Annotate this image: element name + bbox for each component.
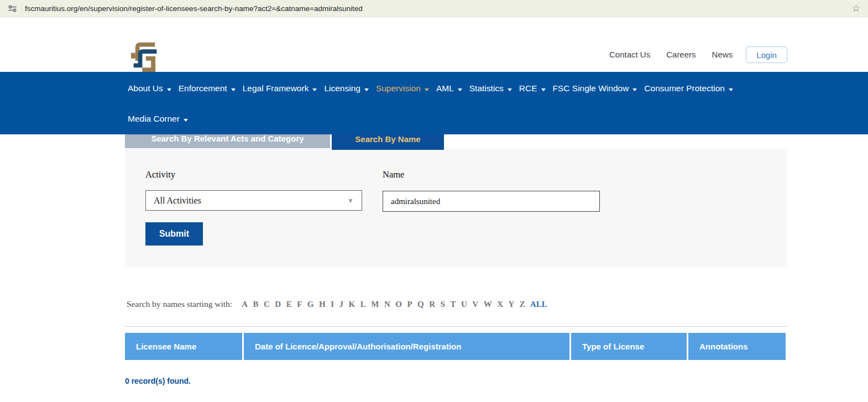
table-column-header: Type of License xyxy=(571,333,687,360)
chevron-down-icon xyxy=(632,88,637,91)
address-bar[interactable]: fscmauritius.org/en/supervision/register… xyxy=(0,0,868,17)
letter-filter[interactable]: D xyxy=(275,300,281,309)
letter-filter[interactable]: B xyxy=(253,300,258,309)
table-column-header: Licensee Name xyxy=(125,333,242,360)
letter-filter[interactable]: C xyxy=(264,300,270,309)
chevron-down-icon xyxy=(541,88,546,91)
alphabet-filter-row: Search by names starting with: ABCDEFGHI… xyxy=(127,299,547,309)
login-button[interactable]: Login xyxy=(746,46,787,63)
site-header: MAURITIUS Contact UsCareersNews Login xyxy=(0,17,868,72)
letter-filter[interactable]: V xyxy=(472,300,478,309)
letter-filter[interactable]: Q xyxy=(417,300,424,309)
chevron-down-icon xyxy=(231,88,236,91)
letter-filter[interactable]: G xyxy=(307,300,314,309)
nav-item[interactable]: About Us xyxy=(128,83,171,93)
nav-item[interactable]: Statistics xyxy=(469,83,512,93)
letter-filter[interactable]: H xyxy=(319,300,326,309)
letter-filter[interactable]: P xyxy=(407,300,412,309)
chevron-down-icon xyxy=(312,88,317,91)
chevron-down-icon xyxy=(184,119,188,122)
letter-filter[interactable]: F xyxy=(297,300,302,309)
nav-item[interactable]: Enforcement xyxy=(179,83,236,93)
alphabet-filter-label: Search by names starting with: xyxy=(127,299,232,309)
table-top-divider xyxy=(125,326,787,327)
bookmark-star-icon[interactable]: ☆ xyxy=(852,4,860,13)
nav-item[interactable]: Supervision xyxy=(376,83,429,93)
activity-label: Activity xyxy=(145,169,175,180)
letter-filter-all[interactable]: ALL xyxy=(530,300,547,309)
header-links: Contact UsCareersNews xyxy=(609,50,733,59)
nav-row-1: About UsEnforcementLegal FrameworkLicens… xyxy=(128,83,868,93)
table-column-header: Date of Licence/Approval/Authorisation/R… xyxy=(244,333,569,360)
nav-item[interactable]: RCE xyxy=(519,83,546,93)
chevron-down-icon xyxy=(458,88,462,91)
letter-filter[interactable]: J xyxy=(339,300,344,309)
table-column-header: Annotations xyxy=(688,333,786,360)
search-form-panel: Activity Name All Activities ▼ Submit xyxy=(125,149,787,267)
letter-filter[interactable]: N xyxy=(384,300,390,309)
letter-filter[interactable]: T xyxy=(450,300,456,309)
name-label: Name xyxy=(383,169,404,180)
letter-filter[interactable]: R xyxy=(429,300,435,309)
letter-filter[interactable]: Z xyxy=(520,300,525,309)
page: fscmauritius.org/en/supervision/register… xyxy=(0,0,868,402)
site-settings-icon[interactable] xyxy=(8,4,17,13)
header-link[interactable]: Careers xyxy=(666,50,696,59)
letter-filter[interactable]: A xyxy=(242,300,248,309)
chevron-down-icon xyxy=(508,88,512,91)
chevron-down-icon xyxy=(425,88,429,91)
letter-filter[interactable]: E xyxy=(286,300,292,309)
url-text[interactable]: fscmauritius.org/en/supervision/register… xyxy=(25,4,852,13)
record-count: 0 record(s) found. xyxy=(125,377,191,385)
letter-filter[interactable]: M xyxy=(371,300,379,309)
header-link[interactable]: Contact Us xyxy=(609,50,650,59)
fsc-logo-mark xyxy=(129,41,158,75)
nav-row-2: Media Corner xyxy=(128,114,868,124)
letter-filter[interactable]: K xyxy=(349,300,355,309)
letter-filter[interactable]: Y xyxy=(509,300,515,309)
nav-item[interactable]: AML xyxy=(436,83,462,93)
nav-item[interactable]: Media Corner xyxy=(128,114,188,124)
submit-button[interactable]: Submit xyxy=(145,222,203,246)
main-navigation: About UsEnforcementLegal FrameworkLicens… xyxy=(0,72,868,134)
letter-filter[interactable]: O xyxy=(395,300,402,309)
nav-item[interactable]: Consumer Protection xyxy=(644,83,733,93)
alphabet-letters: ABCDEFGHIJKLMNOPQRSTUVWXYZ xyxy=(242,300,525,309)
results-table-header: Licensee NameDate of Licence/Approval/Au… xyxy=(125,333,787,360)
chevron-down-icon xyxy=(729,88,733,91)
letter-filter[interactable]: X xyxy=(497,300,503,309)
activity-selected-value: All Activities xyxy=(154,196,347,206)
nav-item[interactable]: FSC Single Window xyxy=(553,83,637,93)
nav-item[interactable]: Licensing xyxy=(324,83,369,93)
chevron-down-icon xyxy=(364,88,369,91)
chevron-down-icon xyxy=(167,88,171,91)
letter-filter[interactable]: U xyxy=(461,300,467,309)
activity-select[interactable]: All Activities ▼ xyxy=(145,190,362,211)
letter-filter[interactable]: L xyxy=(360,300,366,309)
letter-filter[interactable]: I xyxy=(331,300,334,309)
select-dropdown-icon: ▼ xyxy=(347,197,354,205)
letter-filter[interactable]: W xyxy=(484,300,492,309)
letter-filter[interactable]: S xyxy=(441,300,445,309)
name-input[interactable] xyxy=(383,191,600,212)
nav-item[interactable]: Legal Framework xyxy=(243,83,317,93)
header-link[interactable]: News xyxy=(712,50,733,59)
